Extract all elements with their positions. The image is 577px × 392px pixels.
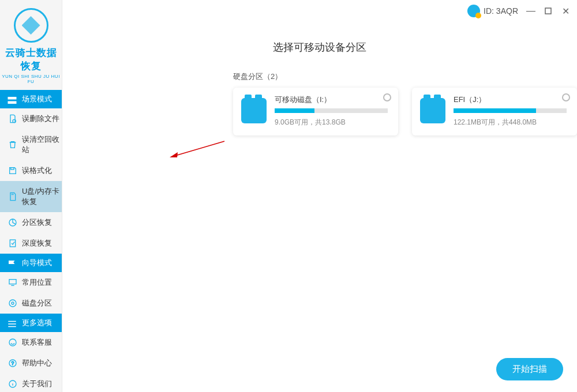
nav-label: 分区恢复 — [22, 217, 52, 228]
usage-bar — [454, 108, 567, 113]
logo-area: 云骑士数据恢复 YUN QI SHI SHU JU HUI FU — [0, 0, 62, 90]
main-area: ID: 3AQR — ✕ 选择可移动设备分区 硬盘分区（2） 可移动磁盘（I:）… — [62, 0, 577, 392]
usage-bar-fill — [275, 108, 314, 113]
partition-icon — [8, 218, 17, 227]
svg-point-11 — [12, 302, 14, 304]
user-id-text: ID: 3AQR — [484, 6, 518, 16]
titlebar: ID: 3AQR — ✕ — [467, 5, 570, 17]
nav-item-deep-recovery[interactable]: 深度恢复 — [0, 233, 62, 254]
nav-item-help[interactable]: ? 帮助中心 — [0, 353, 62, 374]
card-title: EFI（J:） — [454, 95, 567, 105]
help-icon: ? — [8, 359, 17, 368]
section-header-wizard: 向导模式 — [0, 254, 62, 272]
nav-item-about[interactable]: 关于我们 — [0, 374, 62, 392]
nav-label: 误格式化 — [22, 165, 52, 176]
scene-mode-icon — [7, 95, 17, 103]
minimize-button[interactable]: — — [526, 6, 535, 16]
nav-label: 帮助中心 — [22, 358, 52, 368]
svg-rect-7 — [10, 240, 15, 247]
info-icon — [8, 379, 17, 389]
disk-icon — [8, 299, 17, 308]
user-badge[interactable]: ID: 3AQR — [467, 5, 518, 17]
section-header-label: 场景模式 — [22, 94, 52, 104]
nav-item-common-location[interactable]: 常用位置 — [0, 272, 62, 293]
card-subtitle: 122.1MB可用，共448.0MB — [454, 118, 567, 127]
card-body: EFI（J:） 122.1MB可用，共448.0MB — [454, 95, 567, 127]
nav-label: 关于我们 — [22, 379, 52, 389]
headset-icon — [8, 338, 17, 347]
monitor-icon — [8, 278, 17, 287]
save-disk-icon — [8, 166, 17, 175]
partition-card[interactable]: EFI（J:） 122.1MB可用，共448.0MB — [412, 88, 577, 135]
menu-icon — [7, 319, 17, 327]
svg-point-10 — [9, 300, 16, 307]
usage-bar-fill — [454, 108, 536, 113]
svg-line-23 — [175, 141, 224, 156]
start-scan-button[interactable]: 开始扫描 — [496, 358, 563, 380]
nav-label: U盘/内存卡恢复 — [22, 186, 62, 207]
app-name: 云骑士数据恢复 — [0, 46, 62, 73]
svg-point-15 — [9, 339, 16, 346]
user-badge-icon — [467, 5, 480, 17]
nav-label: 联系客服 — [22, 337, 52, 348]
svg-rect-8 — [9, 280, 16, 284]
nav-item-deleted-files[interactable]: 误删除文件 — [0, 108, 62, 129]
section-header-label: 向导模式 — [22, 258, 52, 268]
nav-item-contact-support[interactable]: 联系客服 — [0, 332, 62, 353]
usage-bar — [275, 108, 388, 113]
card-title: 可移动磁盘（I:） — [275, 95, 388, 105]
app-pinyin: YUN QI SHI SHU JU HUI FU — [0, 74, 62, 84]
section-header-label: 更多选项 — [22, 318, 52, 328]
nav-label: 误删除文件 — [22, 114, 59, 124]
svg-rect-0 — [8, 97, 17, 100]
partition-section-label: 硬盘分区（2） — [233, 71, 577, 82]
app-logo-icon — [14, 8, 48, 43]
partition-card[interactable]: 可移动磁盘（I:） 9.0GB可用，共13.8GB — [233, 88, 398, 135]
maximize-button[interactable] — [544, 6, 553, 16]
trash-icon — [8, 140, 17, 149]
nav-item-usb-recovery[interactable]: U盘/内存卡恢复 — [0, 181, 62, 212]
nav-label: 磁盘分区 — [22, 298, 52, 308]
file-delete-icon — [8, 114, 17, 123]
card-body: 可移动磁盘（I:） 9.0GB可用，共13.8GB — [275, 95, 388, 127]
removable-disk-icon — [420, 98, 445, 123]
svg-text:?: ? — [12, 360, 14, 366]
flag-icon — [7, 259, 17, 267]
close-button[interactable]: ✕ — [561, 6, 570, 16]
nav-item-format[interactable]: 误格式化 — [0, 160, 62, 181]
nav-item-disk-partition[interactable]: 磁盘分区 — [0, 293, 62, 314]
removable-disk-icon — [241, 98, 267, 123]
section-header-more: 更多选项 — [0, 314, 62, 332]
sidebar: 云骑士数据恢复 YUN QI SHI SHU JU HUI FU 场景模式 误删… — [0, 0, 62, 392]
nav-label: 深度恢复 — [22, 238, 52, 248]
section-header-scene: 场景模式 — [0, 90, 62, 108]
sdcard-icon — [8, 192, 17, 201]
nav-label: 常用位置 — [22, 277, 52, 288]
svg-rect-3 — [11, 168, 14, 169]
nav-item-partition-recovery[interactable]: 分区恢复 — [0, 212, 62, 233]
deep-scan-icon — [8, 239, 17, 248]
radio-unselected-icon[interactable] — [383, 93, 391, 101]
card-subtitle: 9.0GB可用，共13.8GB — [275, 118, 388, 127]
radio-unselected-icon[interactable] — [562, 93, 570, 101]
nav-label: 误清空回收站 — [22, 134, 62, 155]
svg-rect-22 — [545, 8, 551, 14]
svg-marker-24 — [170, 152, 178, 157]
nav-item-recycle-bin[interactable]: 误清空回收站 — [0, 129, 62, 160]
svg-rect-1 — [8, 101, 17, 104]
page-title: 选择可移动设备分区 — [62, 40, 577, 54]
annotation-arrow-icon — [170, 138, 227, 161]
partition-cards: 可移动磁盘（I:） 9.0GB可用，共13.8GB EFI（J:） 122.1M… — [233, 88, 577, 135]
